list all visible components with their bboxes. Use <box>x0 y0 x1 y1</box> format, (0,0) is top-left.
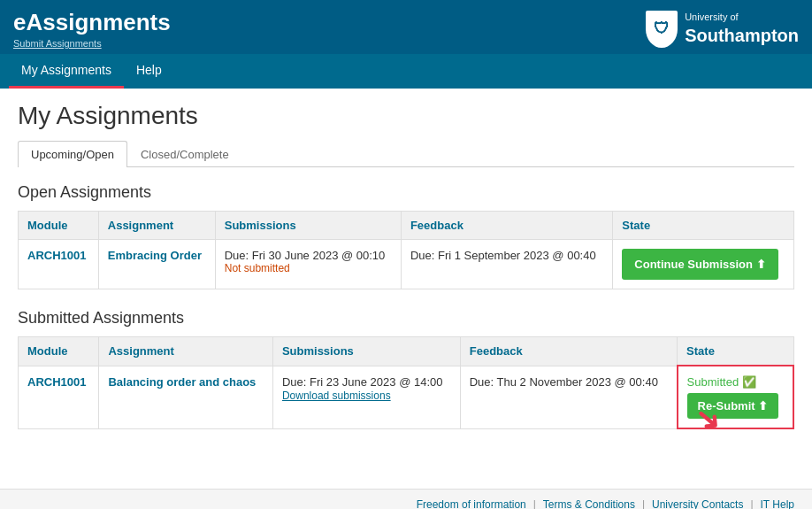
open-assignment-link[interactable]: Embracing Order <box>108 249 202 262</box>
open-module-link[interactable]: ARCH1001 <box>27 249 86 262</box>
footer-sep-2: | <box>642 498 645 509</box>
footer: Freedom of information | Terms & Conditi… <box>0 489 812 509</box>
nav-item-help[interactable]: Help <box>124 54 174 89</box>
arrow-area: ➜ <box>18 449 794 475</box>
app-title: eAssignments <box>13 9 171 36</box>
submitted-assignments-title: Submitted Assignments <box>18 309 794 328</box>
submitted-assignment-link[interactable]: Balancing order and chaos <box>108 375 256 389</box>
submitted-col-module: Module <box>19 337 99 366</box>
university-name: University of Southampton <box>685 11 799 46</box>
footer-sep-3: | <box>750 498 753 509</box>
submitted-submissions-cell: Due: Fri 23 June 2023 @ 14:00 Download s… <box>272 366 460 428</box>
footer-university-contacts-link[interactable]: University Contacts <box>652 498 743 509</box>
main-nav: My Assignments Help <box>0 54 812 89</box>
footer-terms-link[interactable]: Terms & Conditions <box>543 498 635 509</box>
submitted-table-header-row: Module Assignment Submissions Feedback S… <box>19 337 794 366</box>
submitted-col-assignment: Assignment <box>99 337 272 366</box>
submitted-submission-due: Due: Fri 23 June 2023 @ 14:00 <box>282 375 451 389</box>
download-submissions-link[interactable]: Download submissions <box>282 389 391 402</box>
tabs: Upcoming/Open Closed/Complete <box>18 141 794 167</box>
footer-sep-1: | <box>533 498 536 509</box>
submit-assignments-link[interactable]: Submit Assignments <box>13 38 171 49</box>
open-assignments-title: Open Assignments <box>18 183 794 202</box>
submitted-badge: Submitted ✅ <box>687 375 784 389</box>
open-col-submissions: Submissions <box>215 212 401 240</box>
top-header: eAssignments Submit Assignments 🛡 Univer… <box>0 0 812 54</box>
content-area: My Assignments Upcoming/Open Closed/Comp… <box>0 89 812 489</box>
content: My Assignments Upcoming/Open Closed/Comp… <box>0 89 812 489</box>
submitted-module-cell: ARCH1001 <box>19 366 99 428</box>
footer-it-help-link[interactable]: IT Help <box>761 498 794 509</box>
brand: eAssignments Submit Assignments <box>13 9 171 49</box>
open-col-feedback: Feedback <box>401 212 612 240</box>
submitted-col-state: State <box>678 337 793 366</box>
submitted-assignment-cell: Balancing order and chaos <box>99 366 272 428</box>
submitted-assignments-table: Module Assignment Submissions Feedback S… <box>18 336 794 429</box>
shield-icon: 🛡 <box>646 11 678 48</box>
submitted-feedback-cell: Due: Thu 2 November 2023 @ 00:40 <box>460 366 677 428</box>
open-module-cell: ARCH1001 <box>19 240 99 289</box>
submitted-feedback-due: Due: Thu 2 November 2023 @ 00:40 <box>470 375 668 389</box>
submitted-col-submissions: Submissions <box>272 337 460 366</box>
open-col-module: Module <box>19 212 99 240</box>
open-assignment-row: ARCH1001 Embracing Order Due: Fri 30 Jun… <box>19 240 794 289</box>
submitted-module-link[interactable]: ARCH1001 <box>27 375 86 389</box>
tab-upcoming-open[interactable]: Upcoming/Open <box>18 141 127 167</box>
submitted-label: Submitted <box>687 375 739 389</box>
nav-item-my-assignments[interactable]: My Assignments <box>9 54 124 89</box>
submitted-col-feedback: Feedback <box>460 337 677 366</box>
open-submission-status: Not submitted <box>225 262 392 274</box>
open-assignments-table: Module Assignment Submissions Feedback S… <box>18 211 794 289</box>
university-of-label: University of <box>685 11 799 23</box>
open-state-cell: Continue Submission ⬆ <box>613 240 794 289</box>
open-assignment-cell: Embracing Order <box>98 240 215 289</box>
tab-closed-complete[interactable]: Closed/Complete <box>127 141 242 167</box>
open-feedback-cell: Due: Fri 1 September 2023 @ 00:40 <box>401 240 612 289</box>
university-soton-label: Southampton <box>685 24 799 47</box>
submitted-assignment-row: ARCH1001 Balancing order and chaos Due: … <box>19 366 794 428</box>
university-logo: 🛡 University of Southampton <box>646 11 799 48</box>
open-table-header-row: Module Assignment Submissions Feedback S… <box>19 212 794 240</box>
footer-freedom-of-info-link[interactable]: Freedom of information <box>417 498 526 509</box>
continue-submission-button[interactable]: Continue Submission ⬆ <box>622 249 778 280</box>
open-col-state: State <box>613 212 794 240</box>
open-submission-due: Due: Fri 30 June 2023 @ 00:10 <box>225 249 392 262</box>
open-feedback-due: Due: Fri 1 September 2023 @ 00:40 <box>410 249 603 262</box>
page-title: My Assignments <box>18 102 794 130</box>
checkmark-icon: ✅ <box>742 375 756 389</box>
open-col-assignment: Assignment <box>98 212 215 240</box>
open-submissions-cell: Due: Fri 30 June 2023 @ 00:10 Not submit… <box>215 240 401 289</box>
page-wrapper: eAssignments Submit Assignments 🛡 Univer… <box>0 0 812 509</box>
